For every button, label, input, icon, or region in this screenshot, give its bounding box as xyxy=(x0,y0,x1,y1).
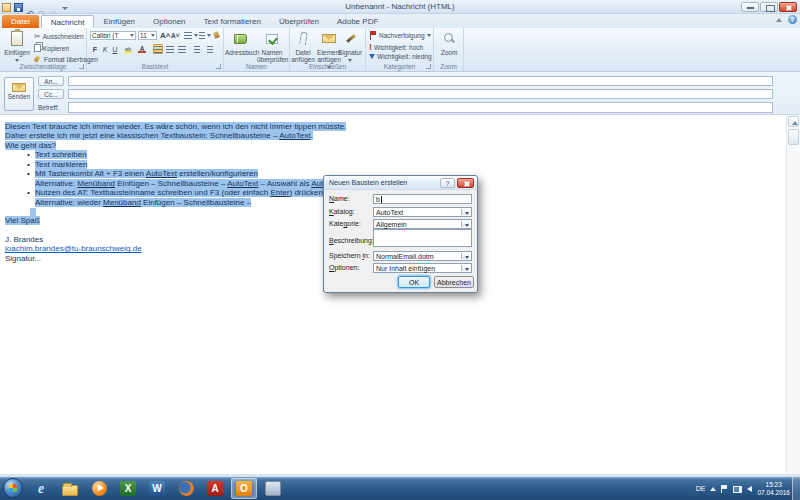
tags-dialog-launcher-icon[interactable] xyxy=(426,64,431,69)
bullets-button[interactable] xyxy=(184,32,198,39)
increase-indent-button[interactable] xyxy=(205,44,215,54)
to-input[interactable] xyxy=(68,76,773,86)
save-in-select[interactable]: NormalEmail.dotm xyxy=(373,251,472,261)
window-title: Unbenannt - Nachricht (HTML) xyxy=(0,2,800,11)
options-dropdown-icon[interactable] xyxy=(465,268,469,271)
signature-button[interactable]: Signatur xyxy=(337,30,363,63)
font-name-combo[interactable]: Calibri (T xyxy=(90,31,136,40)
selected-empty-line xyxy=(30,208,36,216)
scroll-up-icon[interactable] xyxy=(788,116,799,127)
minimize-ribbon-icon[interactable] xyxy=(774,16,784,24)
tab-insert[interactable]: Einfügen xyxy=(94,15,144,28)
grow-font-button[interactable]: A˄ xyxy=(160,31,170,40)
taskbar-item-media-player[interactable] xyxy=(86,478,112,499)
group-label-tags: Kategorien xyxy=(366,63,433,70)
high-importance-button[interactable]: Wichtigkeit: hoch xyxy=(369,42,423,52)
font-name-dropdown-icon[interactable] xyxy=(130,34,134,37)
scrollbar-thumb[interactable] xyxy=(788,129,799,145)
clipboard-dialog-launcher-icon[interactable] xyxy=(79,64,84,69)
volume-icon[interactable] xyxy=(747,486,752,492)
taskbar-item-outlook[interactable] xyxy=(231,478,257,499)
paste-dropdown-icon[interactable] xyxy=(15,59,19,62)
close-button[interactable] xyxy=(779,2,797,12)
tab-format-text[interactable]: Text formatieren xyxy=(195,15,270,28)
pen-icon xyxy=(344,33,356,45)
shrink-font-button[interactable]: A˅ xyxy=(171,32,180,39)
taskbar-item-app[interactable] xyxy=(260,478,286,499)
highlight-color-button[interactable]: ab xyxy=(123,44,133,54)
copy-button[interactable]: Kopieren xyxy=(34,44,69,52)
zoom-button[interactable]: Zoom xyxy=(434,30,464,56)
paperclip-icon xyxy=(298,31,307,45)
italic-button[interactable]: K xyxy=(100,44,110,54)
attach-file-button[interactable]: Datei anfügen xyxy=(291,30,315,63)
maximize-button[interactable] xyxy=(760,2,778,12)
font-size-combo[interactable]: 11 xyxy=(138,31,157,40)
align-center-button[interactable] xyxy=(165,44,175,54)
taskbar-item-explorer[interactable] xyxy=(57,478,83,499)
cc-input[interactable] xyxy=(68,89,773,99)
font-color-button[interactable]: A xyxy=(137,44,147,54)
cancel-button[interactable]: Abbrechen xyxy=(434,276,474,288)
taskbar-item-acrobat[interactable] xyxy=(202,478,228,499)
taskbar-item-word[interactable] xyxy=(144,478,170,499)
underline-button[interactable]: U xyxy=(110,44,120,54)
dialog-title-bar[interactable]: Neuen Baustein erstellen ? xyxy=(324,176,477,190)
subject-input[interactable] xyxy=(68,102,773,113)
ok-button[interactable]: OK xyxy=(398,276,430,288)
taskbar-item-firefox[interactable] xyxy=(173,478,199,499)
help-icon[interactable]: ? xyxy=(788,15,797,24)
language-indicator[interactable]: DE xyxy=(696,485,706,492)
cc-button[interactable]: Cc... xyxy=(38,89,64,99)
save-in-dropdown-icon[interactable] xyxy=(465,256,469,259)
font-size-dropdown-icon[interactable] xyxy=(151,34,155,37)
clear-formatting-button[interactable] xyxy=(213,31,221,39)
category-dropdown-icon[interactable] xyxy=(465,224,469,227)
follow-up-button[interactable]: Nachverfolgung xyxy=(369,31,431,40)
group-label-clipboard: Zwischenablage xyxy=(0,63,86,70)
cut-button[interactable]: Ausschneiden xyxy=(34,32,84,41)
taskbar-item-internet-explorer[interactable] xyxy=(28,478,54,499)
tab-options[interactable]: Optionen xyxy=(144,15,194,28)
to-button[interactable]: An... xyxy=(38,76,64,86)
taskbar-item-excel[interactable] xyxy=(115,478,141,499)
check-names-icon xyxy=(266,34,278,44)
dialog-help-icon[interactable]: ? xyxy=(440,178,455,188)
numbering-button[interactable] xyxy=(199,32,211,39)
options-label: Optionen: xyxy=(329,264,359,271)
name-input[interactable]: b xyxy=(373,194,472,204)
tab-file[interactable]: Datei xyxy=(2,15,39,28)
show-hidden-icons-icon[interactable] xyxy=(710,487,716,491)
check-names-button[interactable]: Namen überprüfen xyxy=(257,30,287,63)
decrease-indent-button[interactable] xyxy=(192,44,202,54)
paste-button[interactable]: Einfügen xyxy=(2,30,32,63)
category-select[interactable]: Allgemein xyxy=(373,219,472,229)
options-select[interactable]: Nur Inhalt einfügen xyxy=(373,263,472,273)
basic-text-dialog-launcher-icon[interactable] xyxy=(216,64,221,69)
font-color-icon xyxy=(138,51,146,53)
bold-button[interactable]: F xyxy=(90,44,100,54)
low-importance-button[interactable]: Wichtigkeit: niedrig xyxy=(369,53,432,60)
system-tray: DE 15:2307.04.2016 xyxy=(696,477,790,500)
start-button[interactable] xyxy=(3,478,23,498)
dialog-close-icon[interactable] xyxy=(457,178,474,188)
align-left-button[interactable] xyxy=(153,44,163,54)
send-button[interactable]: Senden xyxy=(4,77,34,111)
action-center-flag-icon[interactable] xyxy=(721,485,728,493)
catalog-dropdown-icon[interactable] xyxy=(465,212,469,215)
follow-up-dropdown-icon[interactable] xyxy=(427,34,431,37)
align-right-button[interactable] xyxy=(177,44,187,54)
tab-message[interactable]: Nachricht xyxy=(41,15,95,28)
signature-dropdown-icon[interactable] xyxy=(348,59,352,62)
tab-adobe-pdf[interactable]: Adobe PDF xyxy=(328,15,387,28)
clock[interactable]: 15:2307.04.2016 xyxy=(757,481,790,497)
vertical-scrollbar[interactable] xyxy=(786,115,800,474)
email-link[interactable]: joachim.brandes@tu-braunschweig.de xyxy=(5,244,142,253)
minimize-button[interactable] xyxy=(741,2,759,12)
address-book-button[interactable]: Adressbuch xyxy=(225,30,255,56)
message-body-editor[interactable]: Diesen Text brauche ich immer wieder. Es… xyxy=(0,115,786,474)
show-desktop-button[interactable] xyxy=(792,477,800,500)
catalog-select[interactable]: AutoText xyxy=(373,207,472,217)
description-textarea[interactable] xyxy=(373,229,472,247)
tab-review[interactable]: Überprüfen xyxy=(270,15,328,28)
